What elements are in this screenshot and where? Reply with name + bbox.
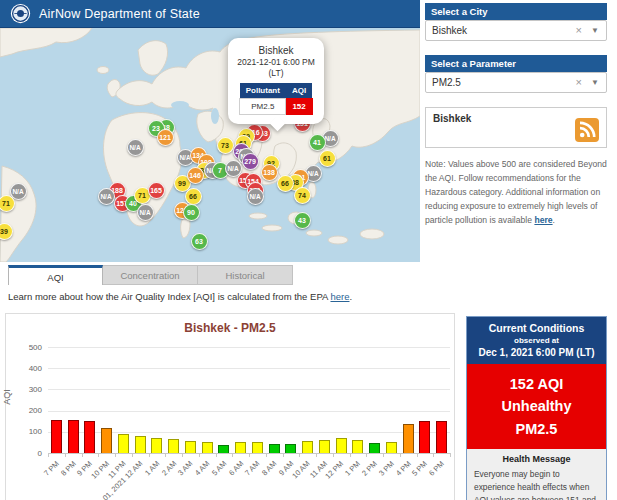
aqi-marker[interactable]: 138	[261, 164, 278, 181]
x-axis-label: 1 PM	[343, 459, 362, 478]
x-axis-tick	[283, 453, 284, 457]
aqi-marker[interactable]: 63	[191, 233, 208, 250]
bar-9-pm	[84, 421, 95, 453]
x-axis-tick	[65, 453, 66, 457]
world-aqi-map[interactable]: N/A71394823121N/A188N/A1574071165N/A9966…	[0, 28, 420, 262]
rss-icon[interactable]	[575, 118, 599, 142]
select-parameter-header: Select a Parameter	[425, 55, 607, 72]
x-axis-label: 7 PM	[42, 459, 61, 478]
rss-feed-box: Bishkek	[425, 107, 607, 148]
popup-pollutant-header: Pollutant	[240, 83, 286, 99]
aqi-bar-chart: Bishkek - PM2.5 AQI 0100200300400500 7 P…	[5, 313, 455, 500]
city-select-value: Bishkek	[432, 25, 467, 36]
city-caret-down-icon[interactable]: ▼	[591, 21, 599, 40]
bar-7-am	[252, 442, 263, 453]
popup-pollutant-value: PM2.5	[240, 99, 286, 115]
y-axis-tick-label: 300	[6, 385, 42, 394]
aqi-marker[interactable]: 66	[277, 175, 294, 192]
world-map-land	[0, 28, 420, 262]
x-axis-label: 10 AM	[291, 459, 312, 480]
x-axis-tick	[132, 453, 133, 457]
bar-4-pm	[403, 424, 414, 453]
aqi-marker[interactable]: 121	[157, 129, 174, 146]
parameter-caret-down-icon[interactable]: ▼	[591, 73, 599, 92]
bar-5-am	[218, 445, 229, 453]
aqi-marker[interactable]: 146	[187, 167, 204, 184]
y-axis-tick-label: 500	[6, 343, 42, 352]
tab-historical[interactable]: Historical	[198, 265, 293, 285]
popup-timezone: (LT)	[269, 68, 284, 78]
bar-1-am	[151, 438, 162, 453]
aqi-marker[interactable]: N/A	[98, 188, 115, 205]
y-axis-tick-label: 400	[6, 364, 42, 373]
tab-aqi[interactable]: AQI	[8, 265, 103, 285]
popup-datetime: 2021-12-01 6:00 PM	[237, 57, 315, 67]
learn-more-line: Learn more about how the Air Quality Ind…	[8, 291, 352, 302]
x-axis-tick	[366, 453, 367, 457]
aqi-marker[interactable]: 90	[183, 204, 200, 221]
note-here-link[interactable]: here	[534, 215, 552, 225]
conditions-category: Unhealthy	[469, 395, 604, 417]
aqi-marker[interactable]: 66	[185, 188, 202, 205]
bar-12-pm	[336, 438, 347, 453]
bar-3-am	[185, 441, 196, 453]
bar-5-pm	[419, 421, 430, 453]
x-axis-tick	[165, 453, 166, 457]
x-axis-tick	[450, 453, 451, 457]
bar-8-am	[269, 444, 280, 453]
bar-2-pm	[369, 443, 380, 453]
city-clear-icon[interactable]: ×	[576, 21, 582, 40]
health-message-text: Everyone may begin to experience health …	[474, 468, 599, 500]
note-suffix: .	[553, 215, 555, 225]
x-axis-label: 12 PM	[324, 459, 346, 481]
x-axis-label: 2 PM	[360, 459, 379, 478]
note-text: Note: Values above 500 are considered Be…	[425, 159, 607, 225]
bar-dec-01-2021-12-am	[135, 436, 146, 453]
bar-9-am	[285, 444, 296, 453]
bar-2-am	[168, 439, 179, 453]
aqi-marker[interactable]: N/A	[247, 188, 264, 205]
x-axis-label: 6 AM	[227, 459, 245, 477]
x-axis-tick	[383, 453, 384, 457]
x-axis-label: 8 PM	[59, 459, 78, 478]
x-axis-label: 4 AM	[193, 459, 211, 477]
x-axis-tick	[333, 453, 334, 457]
aqi-marker[interactable]: 74	[294, 187, 311, 204]
popup-aqi-value: 152	[286, 99, 312, 115]
conditions-observed-label: observed at	[469, 336, 604, 345]
map-popup: Bishkek 2021-12-01 6:00 PM (LT) Pollutan…	[228, 38, 324, 124]
bar-3-pm	[386, 442, 397, 453]
bar-6-am	[235, 442, 246, 453]
aqi-marker[interactable]: 61	[319, 150, 336, 167]
aqi-marker[interactable]: 41	[309, 134, 326, 151]
x-axis-label: 8 AM	[260, 459, 278, 477]
parameter-clear-icon[interactable]: ×	[576, 73, 582, 92]
x-axis-label: 5 PM	[410, 459, 429, 478]
aqi-marker[interactable]: N/A	[137, 204, 154, 221]
current-conditions-panel: Current Conditions observed at Dec 1, 20…	[466, 316, 607, 500]
chart-title: Bishkek - PM2.5	[6, 321, 454, 335]
bar-8-pm	[68, 420, 79, 453]
app-header: AirNow Department of State	[0, 0, 420, 28]
y-axis-tick-label: 0	[6, 449, 42, 458]
x-axis-tick	[249, 453, 250, 457]
tab-concentration[interactable]: Concentration	[103, 265, 198, 285]
bar-10-pm	[101, 428, 112, 453]
aqi-marker[interactable]: 71	[0, 195, 15, 212]
aqi-marker[interactable]: 43	[294, 212, 311, 229]
city-select[interactable]: Bishkek × ▼	[425, 20, 607, 41]
x-axis-label: 1 AM	[143, 459, 161, 477]
rss-city-label: Bishkek	[433, 113, 471, 124]
aqi-marker[interactable]: 279	[242, 153, 259, 170]
aqi-marker[interactable]: 165	[148, 182, 165, 199]
popup-aqi-header: AQI	[286, 83, 312, 99]
aqi-marker[interactable]: 39	[0, 223, 13, 240]
x-axis-tick	[48, 453, 49, 457]
aqi-marker[interactable]: N/A	[127, 139, 144, 156]
x-axis-label: 2 AM	[160, 459, 178, 477]
x-axis-tick	[216, 453, 217, 457]
aqi-marker[interactable]: 73	[217, 137, 234, 154]
parameter-select[interactable]: PM2.5 × ▼	[425, 72, 607, 93]
learn-more-here-link[interactable]: here	[330, 291, 349, 302]
x-axis-label: 3 PM	[377, 459, 396, 478]
